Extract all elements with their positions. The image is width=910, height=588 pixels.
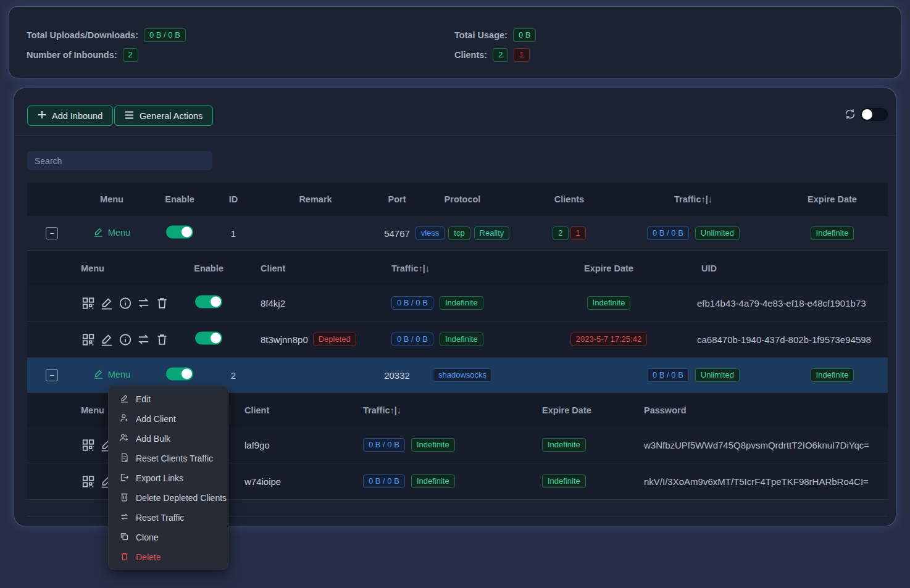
clients-active-badge: 2	[553, 226, 568, 240]
general-actions-button[interactable]: General Actions	[114, 106, 213, 126]
client-name: 8t3wjnn8p0	[261, 334, 308, 345]
traffic-limit-badge: Indefinite	[411, 438, 455, 452]
collapse-row-button[interactable]	[46, 227, 58, 239]
traffic-badge: 0 B / 0 B	[647, 226, 689, 240]
inbound-enable-toggle[interactable]	[166, 226, 193, 239]
expire-badge: 2023-5-7 17:25:42	[570, 333, 647, 346]
row-menu-label: Menu	[108, 369, 130, 379]
inbounds-table-header: Menu Enable ID Remark Port Protocol Clie…	[27, 183, 888, 216]
traffic-limit-badge: Indefinite	[440, 333, 483, 346]
header-traffic-sortable[interactable]: Traffic↑|↓	[635, 194, 752, 204]
row-menu-label: Menu	[108, 227, 130, 237]
traffic-limit-badge: Unlimited	[695, 368, 740, 382]
inbound-row-1[interactable]: Menu 1 54767 vless tcp Reality 2	[27, 216, 888, 251]
stat-value-badge: 0 B / 0 B	[144, 28, 186, 42]
network-badge: tcp	[448, 226, 470, 240]
menu-item-label: Add Client	[136, 414, 176, 424]
inbound-context-menu: Edit Add Client Add Bulk Reset Clients T…	[108, 386, 228, 569]
trash-icon[interactable]	[155, 296, 169, 310]
traffic-badge: 0 B / 0 B	[391, 296, 433, 310]
expire-badge: Indefinite	[811, 368, 854, 382]
client-enable-toggle[interactable]	[195, 296, 222, 308]
edit-pencil-icon[interactable]	[99, 333, 114, 347]
menu-item-label: Add Bulk	[136, 434, 170, 444]
header-enable: Enable	[152, 194, 207, 204]
header-traffic-sortable[interactable]: Traffic↑|↓	[391, 263, 430, 273]
qr-code-icon[interactable]	[81, 474, 95, 489]
stat-clients: Clients: 2 1	[454, 48, 530, 62]
client-row: 8t3wjnn8p0 Depleted 0 B / 0 B Indefinite…	[27, 321, 888, 358]
header-password: Password	[644, 405, 687, 415]
qr-code-icon[interactable]	[81, 333, 95, 347]
menu-item-label: Reset Clients Traffic	[136, 453, 213, 463]
info-icon[interactable]	[118, 333, 132, 347]
trash-icon[interactable]	[155, 333, 169, 347]
row-menu-button[interactable]: Menu	[93, 227, 130, 238]
menu-item-add-bulk[interactable]: Add Bulk	[109, 429, 228, 449]
menu-item-export-links[interactable]: Export Links	[109, 468, 228, 488]
menu-item-label: Export Links	[136, 473, 183, 483]
refresh-icon[interactable]	[843, 107, 857, 121]
menu-item-reset-traffic[interactable]: Reset Traffic	[109, 508, 228, 528]
collapse-row-button[interactable]	[46, 369, 58, 381]
header-traffic-sortable[interactable]: Traffic↑|↓	[363, 405, 401, 415]
reset-traffic-icon[interactable]	[136, 333, 151, 347]
reset-traffic-icon[interactable]	[136, 296, 151, 310]
menu-item-edit[interactable]: Edit	[109, 389, 228, 409]
row-menu-button[interactable]: Menu	[93, 369, 130, 379]
info-icon[interactable]	[118, 296, 132, 310]
header-expire-date: Expire Date	[783, 194, 882, 204]
copy-icon	[120, 532, 129, 543]
menu-lines-icon	[125, 111, 134, 121]
menu-item-label: Delete Depleted Clients	[136, 493, 227, 503]
header-enable: Enable	[184, 263, 233, 273]
menu-item-delete[interactable]: Delete	[109, 547, 228, 567]
inbound-id: 1	[209, 228, 258, 239]
client-password: w3NfbzUPf5WWd745Q8pvsmQrdrttT2IO6knuI7Di…	[644, 440, 869, 450]
edit-pencil-icon	[93, 227, 104, 238]
stat-value-badge: 0 B	[513, 28, 536, 42]
menu-item-reset-clients-traffic[interactable]: Reset Clients Traffic	[109, 449, 228, 468]
clients-depleted-badge: 1	[570, 226, 586, 240]
traffic-badge: 0 B / 0 B	[391, 333, 433, 346]
traffic-badge: 0 B / 0 B	[363, 474, 405, 488]
header-menu: Menu	[81, 263, 104, 273]
usergroup-add-icon	[120, 433, 129, 444]
header-menu: Menu	[81, 405, 104, 415]
edit-pencil-icon	[93, 369, 104, 379]
stat-total-uploads-downloads: Total Uploads/Downloads: 0 B / 0 B	[27, 28, 186, 43]
export-icon	[120, 473, 129, 484]
add-inbound-button[interactable]: Add Inbound	[27, 106, 113, 126]
expire-badge: Indefinite	[542, 438, 586, 452]
stat-label: Number of Inbounds:	[27, 50, 117, 60]
client-name: laf9go	[244, 440, 270, 450]
inbound-id: 2	[209, 370, 258, 381]
header-uid: UID	[701, 263, 717, 273]
header-expire-date: Expire Date	[542, 405, 591, 415]
menu-item-add-client[interactable]: Add Client	[109, 409, 228, 429]
protocol-badge: vless	[415, 226, 445, 240]
depleted-badge: Depleted	[313, 333, 356, 346]
security-badge: Reality	[474, 226, 510, 240]
header-client: Client	[244, 405, 269, 415]
client-enable-toggle[interactable]	[195, 332, 222, 345]
user-add-icon	[120, 413, 129, 424]
add-inbound-label: Add Inbound	[52, 111, 102, 121]
header-menu: Menu	[75, 194, 149, 204]
dark-mode-toggle[interactable]	[861, 108, 888, 121]
traffic-limit-badge: Indefinite	[411, 474, 455, 488]
menu-item-delete-depleted-clients[interactable]: Delete Depleted Clients	[109, 488, 228, 508]
traffic-limit-badge: Indefinite	[440, 296, 483, 310]
qr-code-icon[interactable]	[81, 296, 95, 310]
edit-pencil-icon[interactable]	[99, 296, 114, 310]
general-actions-label: General Actions	[140, 111, 202, 121]
menu-item-label: Reset Traffic	[136, 513, 184, 523]
qr-code-icon[interactable]	[81, 438, 95, 452]
stat-clients-active-badge: 2	[493, 48, 508, 62]
delete-depleted-icon	[120, 492, 129, 503]
client-password: nkV/I/3XoAm9v6xMT/T5IcrF4TpeTKF98rHARbRo…	[644, 476, 869, 487]
menu-item-clone[interactable]: Clone	[109, 528, 228, 547]
client-name: w74ioipe	[244, 476, 281, 487]
search-input[interactable]	[27, 151, 212, 170]
inbound-enable-toggle[interactable]	[166, 368, 193, 381]
